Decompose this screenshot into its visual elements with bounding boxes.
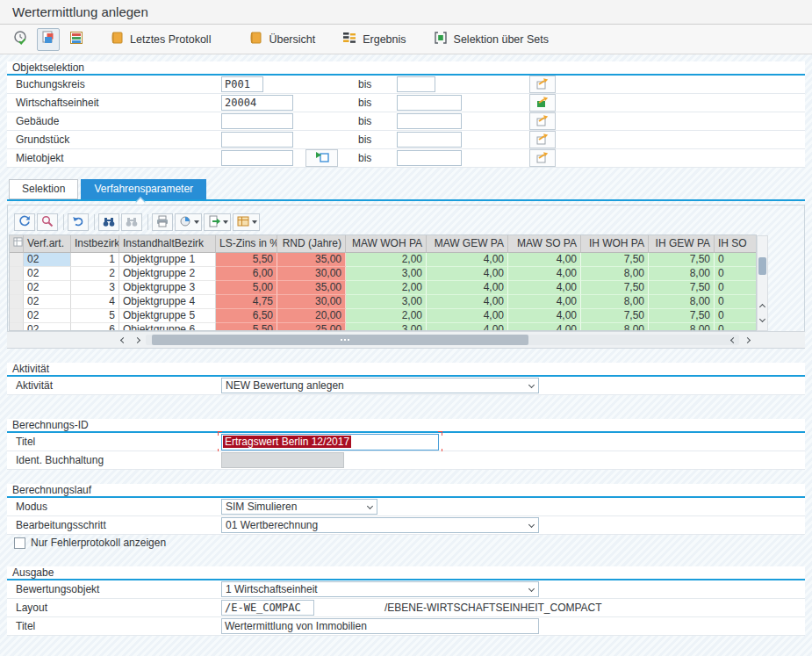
scroll-up-button[interactable] — [758, 301, 767, 312]
cell[interactable]: 8,00 — [581, 323, 649, 331]
cell[interactable]: Objektgruppe 3 — [119, 281, 216, 295]
cell[interactable]: 4,00 — [508, 323, 581, 331]
cell[interactable]: Objektgruppe 1 — [119, 253, 216, 267]
column-header[interactable]: IH WOH PA — [581, 235, 649, 253]
cell[interactable]: 4,00 — [427, 253, 508, 267]
cell[interactable]: 5,50 — [216, 253, 277, 267]
cell[interactable]: 5,50 — [216, 323, 277, 331]
cell[interactable]: Objektgruppe 5 — [119, 309, 216, 323]
cell[interactable]: 3,00 — [346, 295, 427, 309]
table-row[interactable]: 02 3 Objektgruppe 3 5,00 35,00 2,00 4,00… — [10, 281, 756, 295]
cell[interactable]: 6,50 — [216, 309, 277, 323]
table-row[interactable]: 02 1 Objektgruppe 1 5,50 35,00 2,00 4,00… — [10, 253, 756, 267]
cell[interactable]: 30,00 — [277, 295, 346, 309]
grundstueck-bis-input[interactable] — [397, 132, 462, 148]
column-header[interactable]: IH SO — [715, 235, 757, 253]
cell[interactable]: Objektgruppe 2 — [119, 267, 216, 281]
nur-fehlerprotokoll-checkbox[interactable] — [14, 537, 25, 549]
cell[interactable]: 6,00 — [216, 267, 277, 281]
horizontal-scrollbar-thumb[interactable] — [152, 335, 528, 345]
cell[interactable]: 8,00 — [581, 267, 649, 281]
cell[interactable]: 2,00 — [346, 253, 427, 267]
execute-button[interactable] — [9, 28, 32, 51]
buchungskreis-input[interactable]: P001 — [221, 76, 263, 92]
selektion-ueber-sets-button[interactable]: Selektion über Sets — [428, 28, 554, 51]
column-header[interactable]: IH GEW PA — [649, 235, 715, 253]
cell[interactable]: 5 — [71, 309, 119, 323]
column-header[interactable]: Verf.art. — [24, 235, 71, 253]
cell[interactable]: Objektgruppe 4 — [119, 295, 216, 309]
mietobjekt-input[interactable] — [221, 150, 293, 166]
cell[interactable]: 20,00 — [277, 309, 346, 323]
scroll-down-button[interactable] — [758, 314, 767, 324]
cell[interactable]: 7,50 — [581, 253, 649, 267]
cell[interactable]: 4,00 — [508, 253, 581, 267]
column-header[interactable]: InstandhaltBezirk — [119, 235, 216, 253]
export-menu-button[interactable] — [204, 213, 231, 231]
layout-input[interactable]: /E-WE_COMPAC — [221, 600, 314, 616]
mietobjekt-bis-input[interactable] — [397, 150, 462, 166]
find-next-button[interactable] — [121, 213, 142, 231]
tab-selektion[interactable]: Selektion — [9, 179, 78, 199]
cell[interactable]: 3 — [71, 281, 119, 295]
scroll-left-button-secondary[interactable] — [727, 335, 739, 346]
cell[interactable]: 02 — [24, 309, 71, 323]
row-selector[interactable] — [10, 309, 24, 323]
wirtschaftseinheit-bis-input[interactable] — [397, 95, 462, 111]
select-all-header[interactable] — [10, 235, 24, 253]
row-selector[interactable] — [10, 267, 24, 281]
buchungskreis-bis-input[interactable] — [397, 76, 435, 92]
column-header[interactable]: RND (Jahre) — [277, 235, 346, 253]
refresh-button[interactable] — [14, 213, 35, 231]
wirtschaftseinheit-input[interactable]: 20004 — [221, 95, 293, 111]
cell[interactable]: 5,00 — [216, 281, 277, 295]
cell[interactable]: 3,00 — [346, 323, 427, 331]
cell[interactable]: 35,00 — [277, 281, 346, 295]
list-display-button[interactable] — [65, 28, 88, 51]
cell[interactable]: 2,00 — [346, 309, 427, 323]
titel-input[interactable]: Ertragswert Berlin 12/2017 — [221, 434, 439, 451]
grundstueck-input[interactable] — [221, 132, 293, 148]
cell[interactable]: 30,00 — [277, 267, 346, 281]
cell[interactable]: 4,00 — [508, 281, 581, 295]
column-header[interactable]: MAW GEW PA — [427, 235, 508, 253]
ausgabe-titel-input[interactable]: Wertermittlung von Immobilien — [221, 618, 539, 634]
row-selector[interactable] — [10, 323, 24, 331]
cell[interactable]: 8,00 — [581, 295, 649, 309]
scroll-right-button[interactable] — [131, 335, 143, 346]
cell[interactable]: 7,50 — [649, 253, 715, 267]
column-header[interactable]: LS-Zins in % — [216, 235, 277, 253]
bewertungsobjekt-select[interactable]: 1 Wirtschaftseinheit — [221, 581, 539, 597]
modus-select[interactable]: SIM Simulieren — [221, 499, 377, 515]
cell[interactable]: 4,00 — [427, 309, 508, 323]
mietobjekt-copy-button[interactable] — [305, 149, 338, 167]
cell[interactable]: 7,50 — [649, 281, 715, 295]
cell[interactable]: 0 — [715, 267, 757, 281]
undo-button[interactable] — [68, 213, 89, 231]
print-button[interactable] — [152, 213, 173, 231]
gebaeude-input[interactable] — [221, 113, 293, 129]
table-row[interactable]: 02 5 Objektgruppe 5 6,50 20,00 2,00 4,00… — [10, 309, 756, 323]
gebaeude-bis-input[interactable] — [397, 113, 462, 129]
cell[interactable]: 35,00 — [277, 253, 346, 267]
check-entries-button[interactable] — [37, 213, 58, 231]
aktivitaet-select[interactable]: NEW Bewertung anlegen — [221, 378, 539, 393]
row-selector[interactable] — [10, 281, 24, 295]
cell[interactable]: 02 — [24, 295, 71, 309]
letztes-protokoll-button[interactable]: Letztes Protokoll — [104, 28, 216, 51]
mietobjekt-multiselect-button[interactable] — [529, 149, 556, 167]
tab-verfahrensparameter[interactable]: Verfahrensparameter — [81, 179, 206, 199]
cell[interactable]: 4,00 — [427, 323, 508, 331]
cell[interactable]: 7,50 — [581, 309, 649, 323]
column-header[interactable]: MAW SO PA — [508, 235, 581, 253]
cell[interactable]: Objektgruppe 6 — [119, 323, 216, 331]
cell[interactable]: 7,50 — [649, 309, 715, 323]
cell[interactable]: 4,75 — [216, 295, 277, 309]
table-vertical-scrollbar[interactable] — [757, 235, 768, 331]
layout-menu-button[interactable] — [233, 213, 260, 231]
gebaeude-multiselect-button[interactable] — [529, 112, 556, 130]
cell[interactable]: 25,00 — [277, 323, 346, 331]
cell[interactable]: 4,00 — [427, 295, 508, 309]
find-button[interactable] — [98, 213, 119, 231]
cell[interactable]: 8,00 — [649, 323, 715, 331]
